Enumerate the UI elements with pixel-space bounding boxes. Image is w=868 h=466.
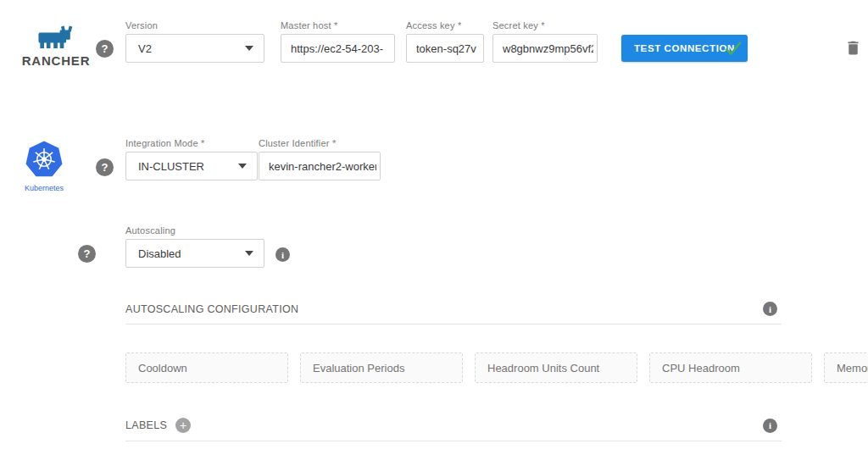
version-select[interactable]: V2 bbox=[125, 34, 264, 63]
help-icon[interactable]: ? bbox=[96, 40, 114, 58]
info-icon[interactable]: i bbox=[763, 302, 777, 316]
labels-title: LABELS bbox=[125, 419, 167, 431]
kubernetes-label: Kubernetes bbox=[20, 184, 68, 192]
autoscaling-select[interactable]: Disabled bbox=[125, 239, 264, 268]
memory-headroom-input bbox=[824, 352, 868, 383]
integration-mode-field-group: Integration Mode * IN-CLUSTER bbox=[125, 138, 258, 180]
autoscaling-label: Autoscaling bbox=[125, 225, 264, 236]
integration-mode-label: Integration Mode * bbox=[125, 138, 258, 148]
secret-key-label: Secret key * bbox=[492, 20, 598, 31]
info-icon[interactable]: i bbox=[275, 247, 290, 262]
cluster-identifier-input[interactable] bbox=[259, 152, 381, 180]
integration-settings-page: RANCHER ? Version V2 Master host * Acces… bbox=[0, 0, 868, 466]
labels-header: LABELS + i bbox=[125, 418, 782, 441]
kubernetes-wheel-icon bbox=[25, 167, 64, 181]
cluster-identifier-label: Cluster Identifier * bbox=[259, 138, 381, 148]
chevron-down-icon bbox=[238, 164, 247, 169]
labels-title-wrap: LABELS + bbox=[125, 418, 191, 433]
chevron-down-icon bbox=[245, 46, 253, 51]
master-host-field-group: Master host * bbox=[281, 20, 395, 63]
access-key-label: Access key * bbox=[406, 20, 484, 31]
help-icon[interactable]: ? bbox=[96, 158, 114, 176]
master-host-input[interactable] bbox=[281, 34, 395, 63]
evaluation-periods-input bbox=[300, 352, 463, 383]
secret-key-field-group: Secret key * bbox=[492, 20, 598, 63]
info-icon[interactable]: i bbox=[763, 419, 777, 433]
kubernetes-logo: Kubernetes bbox=[20, 141, 68, 192]
autoscaling-config-fields-row bbox=[125, 352, 782, 383]
cooldown-input bbox=[125, 352, 288, 383]
version-selected-value: V2 bbox=[138, 42, 152, 55]
secret-key-input[interactable] bbox=[492, 34, 598, 63]
chevron-down-icon bbox=[245, 251, 253, 256]
master-host-label: Master host * bbox=[281, 20, 395, 31]
delete-integration-button[interactable] bbox=[844, 38, 862, 61]
sections-container: AUTOSCALING CONFIGURATION i LABELS + i bbox=[125, 302, 782, 441]
access-key-field-group: Access key * bbox=[406, 20, 484, 63]
autoscaling-configuration-header: AUTOSCALING CONFIGURATION i bbox=[125, 302, 782, 325]
version-field-group: Version V2 bbox=[125, 20, 264, 63]
help-icon[interactable]: ? bbox=[78, 245, 96, 263]
add-label-button[interactable]: + bbox=[175, 418, 191, 433]
cpu-headroom-input bbox=[649, 352, 812, 383]
autoscaling-configuration-title: AUTOSCALING CONFIGURATION bbox=[125, 303, 298, 315]
autoscaling-selected-value: Disabled bbox=[138, 247, 181, 260]
autoscaling-field-group: Autoscaling Disabled bbox=[125, 225, 264, 268]
access-key-input[interactable] bbox=[406, 34, 484, 63]
rancher-bull-icon bbox=[36, 37, 75, 52]
connection-success-check-icon bbox=[722, 37, 744, 63]
version-label: Version bbox=[125, 20, 264, 31]
rancher-logo: RANCHER bbox=[19, 25, 93, 68]
integration-mode-select[interactable]: IN-CLUSTER bbox=[125, 152, 258, 180]
headroom-units-count-input bbox=[475, 352, 637, 383]
cluster-identifier-field-group: Cluster Identifier * bbox=[259, 138, 381, 180]
rancher-wordmark: RANCHER bbox=[19, 53, 93, 68]
integration-mode-selected-value: IN-CLUSTER bbox=[138, 160, 204, 173]
